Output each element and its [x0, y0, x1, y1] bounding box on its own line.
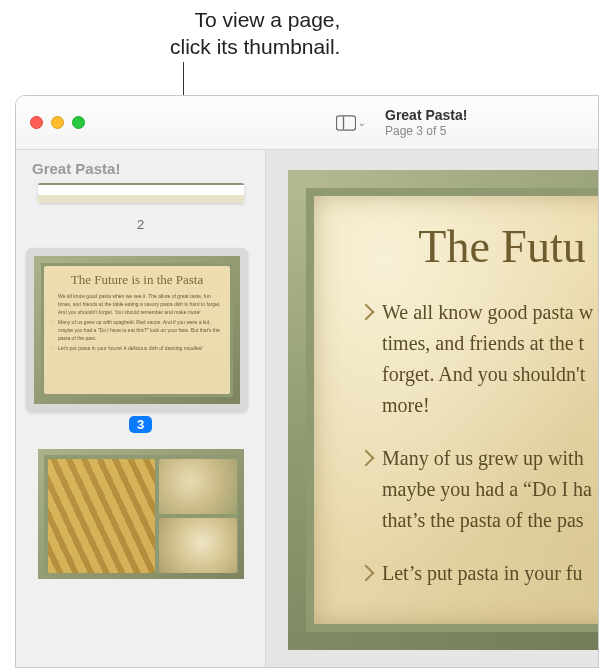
window-content: Great Pasta! 2 The Future is in the Past… [16, 150, 598, 667]
thumbnail-page-1-partial[interactable] [26, 183, 255, 203]
thumbnail-partial [38, 183, 244, 203]
slide-title: The Futu [342, 220, 598, 273]
annotation-line2: click its thumbnail. [170, 33, 340, 60]
chevron-down-icon: ⌄ [358, 118, 366, 128]
help-annotation: To view a page, click its thumbnail. [170, 6, 340, 61]
page-number-3: 3 [129, 416, 152, 433]
thumbnail-bullet: Many of us grew up with spaghetti. Red s… [58, 318, 222, 342]
photo-pasta-3 [159, 518, 237, 573]
thumbnail-photos [38, 449, 244, 579]
window-titlebar: ⌄ Great Pasta! Page 3 of 5 [16, 96, 598, 150]
document-title: Great Pasta! [385, 107, 467, 124]
main-slide: The Futu We all know good pasta w times,… [288, 170, 598, 650]
preview-window: ⌄ Great Pasta! Page 3 of 5 Great Pasta! … [15, 95, 599, 668]
main-view[interactable]: The Futu We all know good pasta w times,… [266, 150, 598, 667]
thumbnail-page-2-label: 2 [26, 213, 255, 238]
thumbnail-bullet: We all know good pasta when we see it. T… [58, 292, 222, 316]
photo-pasta-2 [159, 459, 237, 514]
thumbnail-page-4[interactable] [26, 449, 255, 579]
thumbnail-slide-title: The Future is in the Pasta [52, 272, 222, 288]
thumbnail-page-3[interactable]: The Future is in the Pasta We all know g… [26, 248, 248, 412]
minimize-button[interactable] [51, 116, 64, 129]
photo-pasta-1 [48, 459, 156, 573]
window-controls [30, 116, 85, 129]
thumbnail-slide: The Future is in the Pasta We all know g… [34, 256, 240, 404]
page-indicator: Page 3 of 5 [385, 124, 467, 138]
svg-rect-0 [336, 115, 355, 129]
sidebar-document-title: Great Pasta! [32, 160, 255, 177]
slide-bullet: We all know good pasta w times, and frie… [360, 297, 598, 421]
document-info: Great Pasta! Page 3 of 5 [385, 107, 467, 138]
page-number-2: 2 [137, 217, 144, 232]
thumbnail-page-3-label: 3 [26, 412, 255, 439]
zoom-button[interactable] [72, 116, 85, 129]
sidebar-icon [336, 115, 356, 131]
slide-bullet: Many of us grew up with maybe you had a … [360, 443, 598, 536]
thumbnail-sidebar[interactable]: Great Pasta! 2 The Future is in the Past… [16, 150, 266, 667]
close-button[interactable] [30, 116, 43, 129]
sidebar-toggle-button[interactable]: ⌄ [331, 109, 371, 137]
annotation-line1: To view a page, [170, 6, 340, 33]
thumbnail-bullet: Let's put pasta in your future! A delici… [58, 344, 222, 352]
slide-bullet: Let’s put pasta in your fu [360, 558, 598, 589]
